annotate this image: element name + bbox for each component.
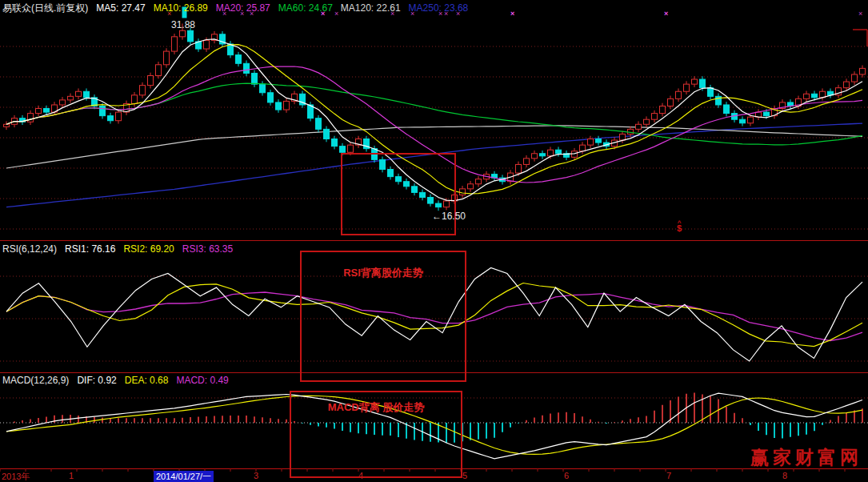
cross-marker-icon: × — [438, 10, 442, 18]
red-cross-marker-icon: × — [167, 10, 171, 18]
cross-marker-icon: × — [334, 10, 338, 18]
watermark: 赢家财富网 — [750, 445, 862, 470]
ma-values: MA5: 27.47MA10: 26.89MA20: 25.87MA60: 24… — [96, 2, 476, 14]
cross-marker-icon: × — [390, 10, 394, 18]
cross-marker-icon: × — [250, 10, 254, 18]
macd-divergence-note: MACD背离 股价走势 — [290, 400, 462, 415]
rsi-value: RSI2: 69.20 — [123, 243, 174, 255]
macd-values: DIF: 0.92DEA: 0.68MACD: 0.49 — [77, 375, 236, 386]
macd-value: MACD: 0.49 — [176, 375, 228, 386]
ma-value: MA10: 26.89 — [154, 2, 208, 14]
cross-marker-icon: × — [456, 10, 460, 18]
cross-marker-icon: × — [321, 10, 325, 18]
price-divergence-box — [341, 153, 456, 235]
axis-tick-label: 2013年 — [2, 471, 30, 482]
cross-marker-icon: × — [858, 10, 862, 18]
stock-chart-app: 易联众(日线.前复权)MA5: 27.47MA10: 26.89MA20: 25… — [0, 0, 868, 482]
axis-tick-label: 8 — [782, 471, 787, 480]
peak-price-label: 31.88 — [171, 19, 195, 30]
rsi-title: RSI(6,12,24) — [2, 243, 57, 255]
macd-header: MACD(12,26,9)DIF: 0.92DEA: 0.68MACD: 0.4… — [2, 375, 245, 386]
rsi-value: RSI3: 63.35 — [182, 243, 233, 255]
dollar-marker: ^$ — [677, 221, 682, 231]
date-cursor-label: 2014/01/27/一 — [154, 471, 214, 482]
axis-tick-label: 6 — [564, 471, 569, 480]
rsi-values: RSI1: 76.16RSI2: 69.20RSI3: 63.35 — [65, 243, 241, 255]
cross-marker-icon: × — [664, 10, 668, 18]
axis-tick-label: 5 — [462, 471, 467, 480]
cross-marker-icon: × — [222, 10, 226, 18]
stock-title: 易联众(日线.前复权) — [2, 2, 88, 14]
axis-tick-label: 7 — [666, 471, 671, 480]
cross-marker-icon: × — [240, 10, 244, 18]
cross-marker-icon: × — [444, 10, 448, 18]
axis-tick-label: 3 — [254, 471, 258, 480]
rsi-header: RSI(6,12,24)RSI1: 76.16RSI2: 69.20RSI3: … — [2, 243, 249, 255]
low-price-label: ←16.50 — [432, 211, 466, 222]
macd-value: DIF: 0.92 — [77, 375, 116, 386]
macd-value: DEA: 0.68 — [125, 375, 169, 386]
rsi-value: RSI1: 76.16 — [65, 243, 115, 255]
ma-value: MA5: 27.47 — [96, 2, 145, 14]
axis-tick-label: 1 — [69, 471, 74, 480]
rsi-divergence-note: RSI背离股价走势 — [300, 266, 466, 280]
macd-title: MACD(12,26,9) — [2, 375, 69, 386]
cross-marker-icon: × — [410, 10, 414, 18]
cross-marker-icon: × — [510, 10, 514, 18]
